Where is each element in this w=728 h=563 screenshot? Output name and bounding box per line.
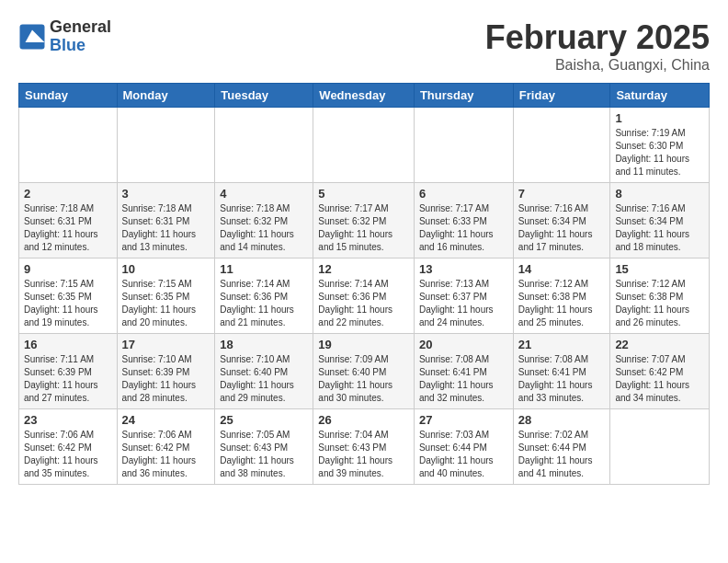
title-block: February 2025 Baisha, Guangxi, China — [485, 18, 710, 74]
calendar-cell: 7Sunrise: 7:16 AM Sunset: 6:34 PM Daylig… — [513, 183, 610, 259]
day-info: Sunrise: 7:16 AM Sunset: 6:34 PM Dayligh… — [615, 202, 704, 254]
day-number: 25 — [220, 413, 308, 427]
calendar-cell — [610, 409, 710, 485]
day-info: Sunrise: 7:12 AM Sunset: 6:38 PM Dayligh… — [615, 278, 704, 329]
calendar-cell: 20Sunrise: 7:08 AM Sunset: 6:41 PM Dayli… — [414, 334, 513, 409]
day-info: Sunrise: 7:10 AM Sunset: 6:40 PM Dayligh… — [220, 353, 308, 405]
calendar-week-row: 2Sunrise: 7:18 AM Sunset: 6:31 PM Daylig… — [19, 183, 710, 259]
weekday-header: Thursday — [414, 84, 513, 108]
day-number: 1 — [615, 111, 704, 125]
day-info: Sunrise: 7:13 AM Sunset: 6:37 PM Dayligh… — [419, 278, 508, 329]
calendar-cell: 16Sunrise: 7:11 AM Sunset: 6:39 PM Dayli… — [19, 334, 118, 409]
calendar-cell: 18Sunrise: 7:10 AM Sunset: 6:40 PM Dayli… — [215, 334, 313, 409]
calendar-cell — [313, 108, 415, 183]
calendar-cell — [117, 108, 215, 183]
calendar-cell: 3Sunrise: 7:18 AM Sunset: 6:31 PM Daylig… — [117, 183, 215, 259]
calendar-cell: 15Sunrise: 7:12 AM Sunset: 6:38 PM Dayli… — [610, 259, 710, 334]
day-number: 19 — [318, 338, 409, 351]
calendar-cell: 11Sunrise: 7:14 AM Sunset: 6:36 PM Dayli… — [215, 259, 313, 334]
weekday-header: Sunday — [19, 84, 118, 108]
day-number: 9 — [24, 262, 112, 276]
calendar-subtitle: Baisha, Guangxi, China — [485, 57, 710, 74]
day-info: Sunrise: 7:04 AM Sunset: 6:43 PM Dayligh… — [318, 429, 409, 480]
calendar-cell: 27Sunrise: 7:03 AM Sunset: 6:44 PM Dayli… — [414, 409, 513, 485]
day-number: 4 — [220, 187, 308, 201]
logo-text: General Blue — [50, 18, 111, 55]
day-info: Sunrise: 7:18 AM Sunset: 6:31 PM Dayligh… — [122, 202, 210, 254]
page-header: General Blue February 2025 Baisha, Guang… — [18, 18, 710, 74]
day-info: Sunrise: 7:15 AM Sunset: 6:35 PM Dayligh… — [24, 278, 112, 329]
day-info: Sunrise: 7:11 AM Sunset: 6:39 PM Dayligh… — [24, 353, 112, 405]
day-info: Sunrise: 7:14 AM Sunset: 6:36 PM Dayligh… — [318, 278, 409, 329]
day-info: Sunrise: 7:15 AM Sunset: 6:35 PM Dayligh… — [122, 278, 210, 329]
calendar-cell: 10Sunrise: 7:15 AM Sunset: 6:35 PM Dayli… — [117, 259, 215, 334]
day-info: Sunrise: 7:05 AM Sunset: 6:43 PM Dayligh… — [220, 429, 308, 480]
calendar-cell: 1Sunrise: 7:19 AM Sunset: 6:30 PM Daylig… — [610, 108, 710, 183]
day-number: 7 — [518, 187, 606, 201]
day-info: Sunrise: 7:10 AM Sunset: 6:39 PM Dayligh… — [122, 353, 210, 405]
day-number: 21 — [518, 338, 606, 351]
calendar-week-row: 23Sunrise: 7:06 AM Sunset: 6:42 PM Dayli… — [19, 409, 710, 485]
day-number: 18 — [220, 338, 308, 351]
calendar-cell — [513, 108, 610, 183]
calendar-cell: 9Sunrise: 7:15 AM Sunset: 6:35 PM Daylig… — [19, 259, 118, 334]
calendar-cell: 26Sunrise: 7:04 AM Sunset: 6:43 PM Dayli… — [313, 409, 415, 485]
day-info: Sunrise: 7:17 AM Sunset: 6:33 PM Dayligh… — [419, 202, 508, 254]
day-number: 6 — [419, 187, 508, 201]
day-number: 16 — [24, 338, 112, 351]
weekday-header: Wednesday — [313, 84, 415, 108]
day-number: 11 — [220, 262, 308, 276]
day-info: Sunrise: 7:08 AM Sunset: 6:41 PM Dayligh… — [518, 353, 606, 405]
day-info: Sunrise: 7:08 AM Sunset: 6:41 PM Dayligh… — [419, 353, 508, 405]
calendar-week-row: 16Sunrise: 7:11 AM Sunset: 6:39 PM Dayli… — [19, 334, 710, 409]
calendar-cell: 8Sunrise: 7:16 AM Sunset: 6:34 PM Daylig… — [610, 183, 710, 259]
calendar-cell: 12Sunrise: 7:14 AM Sunset: 6:36 PM Dayli… — [313, 259, 415, 334]
calendar-cell: 28Sunrise: 7:02 AM Sunset: 6:44 PM Dayli… — [513, 409, 610, 485]
day-number: 13 — [419, 262, 508, 276]
logo-icon — [18, 23, 46, 51]
calendar-week-row: 1Sunrise: 7:19 AM Sunset: 6:30 PM Daylig… — [19, 108, 710, 183]
day-info: Sunrise: 7:02 AM Sunset: 6:44 PM Dayligh… — [518, 429, 606, 480]
weekday-header: Monday — [117, 84, 215, 108]
calendar-cell: 2Sunrise: 7:18 AM Sunset: 6:31 PM Daylig… — [19, 183, 118, 259]
day-info: Sunrise: 7:03 AM Sunset: 6:44 PM Dayligh… — [419, 429, 508, 480]
calendar-cell: 6Sunrise: 7:17 AM Sunset: 6:33 PM Daylig… — [414, 183, 513, 259]
day-number: 24 — [122, 413, 210, 427]
day-number: 12 — [318, 262, 409, 276]
calendar-table: SundayMondayTuesdayWednesdayThursdayFrid… — [18, 83, 710, 485]
day-number: 2 — [24, 187, 112, 201]
day-number: 22 — [615, 338, 704, 351]
calendar-cell: 24Sunrise: 7:06 AM Sunset: 6:42 PM Dayli… — [117, 409, 215, 485]
day-number: 5 — [318, 187, 409, 201]
calendar-cell: 19Sunrise: 7:09 AM Sunset: 6:40 PM Dayli… — [313, 334, 415, 409]
calendar-cell: 23Sunrise: 7:06 AM Sunset: 6:42 PM Dayli… — [19, 409, 118, 485]
day-info: Sunrise: 7:19 AM Sunset: 6:30 PM Dayligh… — [615, 127, 704, 178]
calendar-cell — [414, 108, 513, 183]
weekday-header: Tuesday — [215, 84, 313, 108]
calendar-title: February 2025 — [485, 18, 710, 57]
calendar-cell: 17Sunrise: 7:10 AM Sunset: 6:39 PM Dayli… — [117, 334, 215, 409]
day-info: Sunrise: 7:14 AM Sunset: 6:36 PM Dayligh… — [220, 278, 308, 329]
day-info: Sunrise: 7:18 AM Sunset: 6:32 PM Dayligh… — [220, 202, 308, 254]
day-number: 17 — [122, 338, 210, 351]
calendar-cell: 22Sunrise: 7:07 AM Sunset: 6:42 PM Dayli… — [610, 334, 710, 409]
day-number: 20 — [419, 338, 508, 351]
day-number: 23 — [24, 413, 112, 427]
calendar-cell: 14Sunrise: 7:12 AM Sunset: 6:38 PM Dayli… — [513, 259, 610, 334]
day-info: Sunrise: 7:18 AM Sunset: 6:31 PM Dayligh… — [24, 202, 112, 254]
logo-general-text: General — [50, 18, 111, 37]
calendar-cell — [215, 108, 313, 183]
logo: General Blue — [18, 18, 111, 55]
day-info: Sunrise: 7:17 AM Sunset: 6:32 PM Dayligh… — [318, 202, 409, 254]
calendar-week-row: 9Sunrise: 7:15 AM Sunset: 6:35 PM Daylig… — [19, 259, 710, 334]
day-info: Sunrise: 7:09 AM Sunset: 6:40 PM Dayligh… — [318, 353, 409, 405]
day-info: Sunrise: 7:06 AM Sunset: 6:42 PM Dayligh… — [122, 429, 210, 480]
calendar-cell: 13Sunrise: 7:13 AM Sunset: 6:37 PM Dayli… — [414, 259, 513, 334]
logo-blue-text: Blue — [50, 37, 111, 55]
weekday-header-row: SundayMondayTuesdayWednesdayThursdayFrid… — [19, 84, 710, 108]
day-number: 28 — [518, 413, 606, 427]
calendar-cell: 25Sunrise: 7:05 AM Sunset: 6:43 PM Dayli… — [215, 409, 313, 485]
day-number: 8 — [615, 187, 704, 201]
day-number: 15 — [615, 262, 704, 276]
calendar-cell: 21Sunrise: 7:08 AM Sunset: 6:41 PM Dayli… — [513, 334, 610, 409]
